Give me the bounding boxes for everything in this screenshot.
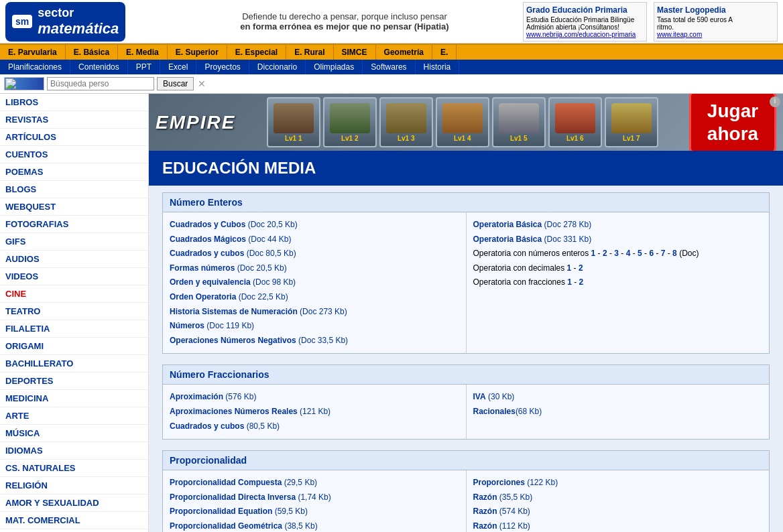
link-orden-equivalencia[interactable]: Orden y equivalencia (Doc 98 Kb) <box>170 277 296 287</box>
nav-excel[interactable]: Excel <box>160 60 196 74</box>
nav-parvularia[interactable]: E. Parvularia <box>0 45 66 60</box>
nav-basica[interactable]: E. Básica <box>66 45 118 60</box>
sidebar-item-videos[interactable]: VIDEOS <box>0 268 148 285</box>
sidebar-item-deportes[interactable]: DEPORTES <box>0 373 148 390</box>
nav-diccionario[interactable]: Diccionario <box>249 60 306 74</box>
link-enteros-4[interactable]: 4 <box>626 249 631 258</box>
sidebar-item-gifs[interactable]: GIFS <box>0 233 148 251</box>
sidebar-item-poemas[interactable]: POEMAS <box>0 163 148 181</box>
nav-proyectos[interactable]: Proyectos <box>196 60 249 74</box>
link-numeros[interactable]: Números (Doc 119 Kb) <box>170 321 254 330</box>
ad1-link[interactable]: www.nebrija.com/educacion-primaria <box>526 31 636 38</box>
sidebar-item-idiomas[interactable]: IDIOMAS <box>0 442 148 460</box>
link-enteros-2[interactable]: 2 <box>603 249 607 258</box>
level-1[interactable]: Lv1 1 <box>267 97 320 147</box>
link-enteros-8[interactable]: 8 <box>672 249 677 258</box>
level-3[interactable]: Lv1 3 <box>379 97 433 147</box>
search-close-icon[interactable]: ✕ <box>198 78 206 89</box>
ad2-link[interactable]: www.iteap.com <box>657 31 702 38</box>
sidebar-item-webquest[interactable]: WEBQUEST <box>0 198 148 216</box>
nav-planificaciones[interactable]: Planificaciones <box>0 60 70 74</box>
sidebar-item-premio-euclides[interactable]: PREMIO EUCLIDES <box>0 529 148 532</box>
nav-ppt[interactable]: PPT <box>128 60 160 74</box>
level-5[interactable]: Lv1 5 <box>492 97 546 147</box>
link-historia-numeracion[interactable]: Historia Sistemas de Numeración (Doc 273… <box>170 307 347 316</box>
link-cuadrados-cubos-2[interactable]: Cuadrados y cubos (Doc 80,5 Kb) <box>170 249 296 258</box>
nav-historia[interactable]: Historia <box>416 60 460 74</box>
level-6[interactable]: Lv1 6 <box>548 97 602 147</box>
sidebar-item-musica[interactable]: MÚSICA <box>0 425 148 442</box>
link-racionales[interactable]: Racionales(68 Kb) <box>473 407 542 416</box>
sidebar-item-teatro[interactable]: TEATRO <box>0 303 148 320</box>
sidebar-item-revistas[interactable]: REVISTAS <box>0 111 148 129</box>
link-operatoria-basica-2[interactable]: Operatoria Básica (Doc 331 Kb) <box>473 235 592 244</box>
link-cuadrados-cubos-1[interactable]: Cuadrados y Cubos (Doc 20,5 Kb) <box>170 220 298 229</box>
sidebar-item-fotografias[interactable]: FOTOGRAFIAS <box>0 216 148 233</box>
link-operaciones-negativos[interactable]: Operaciones Números Negativos (Doc 33,5 … <box>170 336 348 345</box>
level-2[interactable]: Lv1 2 <box>323 97 377 147</box>
link-prop-directa-inversa[interactable]: Proporcionalidad Directa Inversa (1,74 K… <box>170 492 331 502</box>
search-button[interactable]: Buscar <box>157 77 194 90</box>
link-enteros-6[interactable]: 6 <box>649 249 654 258</box>
sidebar-item-blogs[interactable]: BLOGS <box>0 181 148 198</box>
nav-especial[interactable]: E. Especial <box>227 45 286 60</box>
sidebar-item-mat-comercial[interactable]: MAT. COMERCIAL <box>0 512 148 529</box>
link-cuadrados-cubos-frac[interactable]: Cuadrados y cubos (80,5 Kb) <box>170 421 280 431</box>
link-proporciones-122[interactable]: Proporciones (122 Kb) <box>473 478 558 487</box>
sidebar-item-cine[interactable]: CINE <box>0 285 148 303</box>
link-cuadrados-magicos[interactable]: Cuadrados Mágicos (Doc 44 Kb) <box>170 235 291 244</box>
link-aproximacion[interactable]: Aproximación (576 Kb) <box>170 392 256 401</box>
sidebar-item-audios[interactable]: AUDIOS <box>0 251 148 268</box>
search-input[interactable] <box>47 77 154 90</box>
sidebar-item-religion[interactable]: RELIGIÓN <box>0 477 148 494</box>
link-enteros-5[interactable]: 5 <box>638 249 642 258</box>
sidebar-item-arte[interactable]: ARTE <box>0 407 148 425</box>
link-prop-equation[interactable]: Proporcionalidad Equation (59,5 Kb) <box>170 507 308 516</box>
nav-media[interactable]: E. Media <box>118 45 168 60</box>
nav-olimpiadas[interactable]: Olimpiadas <box>306 60 363 74</box>
ad2-line2: ritmo. <box>657 23 774 31</box>
link-fracciones-2[interactable]: 2 <box>579 277 584 287</box>
sidebar-item-amor[interactable]: AMOR Y SEXUALIDAD <box>0 494 148 512</box>
link-prop-geometrica[interactable]: Proporcionalidad Geométrica (38,5 Kb) <box>170 521 318 531</box>
link-razon-112[interactable]: Razón (112 Kb) <box>473 521 530 531</box>
sidebar-item-bachillerato[interactable]: BACHILLERATO <box>0 355 148 373</box>
nav-geometria[interactable]: Geometría <box>376 45 432 60</box>
link-enteros-1[interactable]: 1 <box>591 249 596 258</box>
link-razon-35[interactable]: Razón (35,5 Kb) <box>473 492 533 502</box>
nav-superior[interactable]: E. Superior <box>168 45 227 60</box>
link-iva[interactable]: IVA (30 Kb) <box>473 392 515 401</box>
link-decimales-1[interactable]: 1 <box>567 263 572 273</box>
nav-simce[interactable]: SIMCE <box>334 45 376 60</box>
link-prop-compuesta[interactable]: Proporcionalidad Compuesta (29,5 Kb) <box>170 478 317 487</box>
link-operatoria-basica-1[interactable]: Operatoria Básica (Doc 278 Kb) <box>473 220 592 229</box>
link-fracciones-1[interactable]: 1 <box>567 277 572 287</box>
ads-right: Grado Educación Primaria Estudia Educaci… <box>523 2 778 42</box>
sidebar-item-cs-naturales[interactable]: CS. NATURALES <box>0 460 148 477</box>
link-formas-numeros[interactable]: Formas números (Doc 20,5 Kb) <box>170 263 287 273</box>
nav-rural[interactable]: E. Rural <box>286 45 333 60</box>
level-7[interactable]: Lv1 7 <box>605 97 658 147</box>
sidebar-item-medicina[interactable]: MEDICINA <box>0 390 148 407</box>
nav-extra[interactable]: E. <box>432 45 457 60</box>
link-enteros-3[interactable]: 3 <box>614 249 619 258</box>
link-razon-574[interactable]: Razón (574 Kb) <box>473 507 530 516</box>
logo-box[interactable]: sm sector matemática <box>5 2 125 42</box>
link-aproximaciones-reales[interactable]: Aproximaciones Números Reales (121 Kb) <box>170 407 330 416</box>
ad-box-2[interactable]: Master Logopedia Tasa total de 590 euros… <box>654 2 778 42</box>
nav-softwares[interactable]: Softwares <box>363 60 415 74</box>
sidebar-item-filatelia[interactable]: FILALETIA <box>0 320 148 338</box>
sidebar-item-cuentos[interactable]: CUENTOS <box>0 146 148 163</box>
nav-contenidos[interactable]: Contenidos <box>70 60 128 74</box>
section-header-proporcionalidad: Proporcionalidad <box>163 451 769 470</box>
link-orden-operatoria[interactable]: Orden Operatoria (Doc 22,5 Kb) <box>170 292 288 302</box>
info-icon[interactable]: i <box>770 96 780 107</box>
sidebar-item-origami[interactable]: ORIGAMI <box>0 338 148 355</box>
ad-box-1[interactable]: Grado Educación Primaria Estudia Educaci… <box>523 2 647 42</box>
link-enteros-7[interactable]: 7 <box>661 249 666 258</box>
sidebar-item-articulos[interactable]: ARTÍCULOS <box>0 129 148 146</box>
banner-play-button[interactable]: Jugarahora <box>689 94 776 151</box>
sidebar-item-libros[interactable]: LIBROS <box>0 94 148 111</box>
link-decimales-2[interactable]: 2 <box>579 263 583 273</box>
level-4[interactable]: Lv1 4 <box>436 97 489 147</box>
